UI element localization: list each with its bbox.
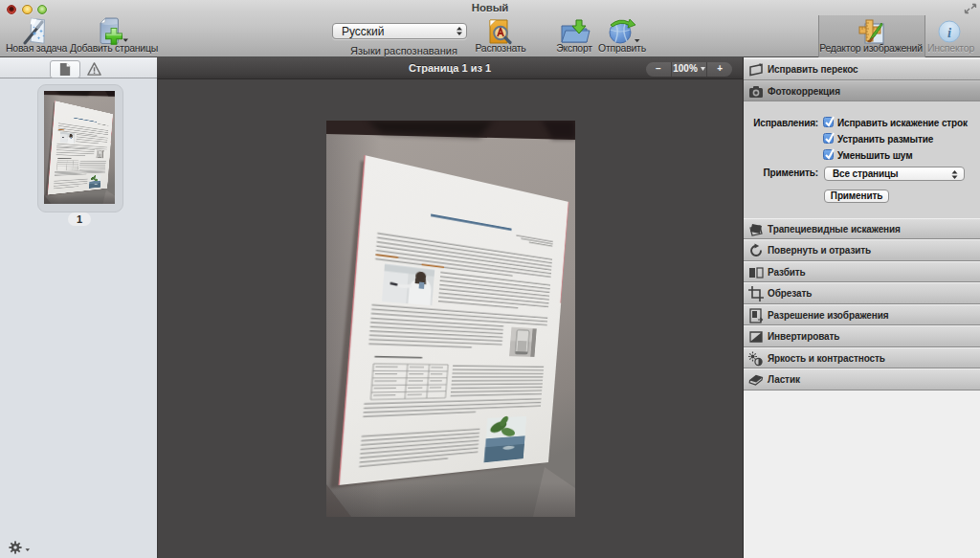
- svg-text:i: i: [947, 25, 951, 40]
